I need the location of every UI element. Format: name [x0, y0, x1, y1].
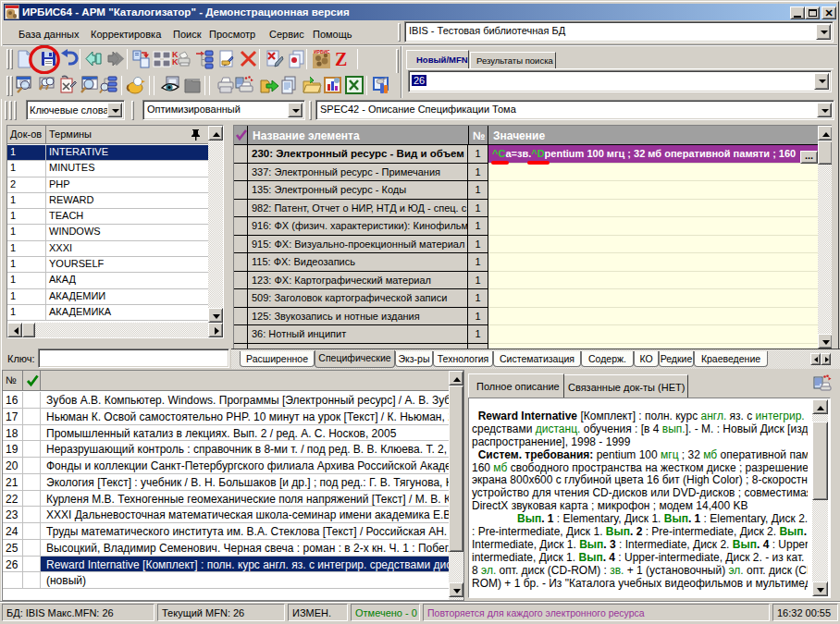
svg-text:K: K — [172, 57, 179, 67]
svg-text:ИРБИС: ИРБИС — [314, 49, 330, 55]
